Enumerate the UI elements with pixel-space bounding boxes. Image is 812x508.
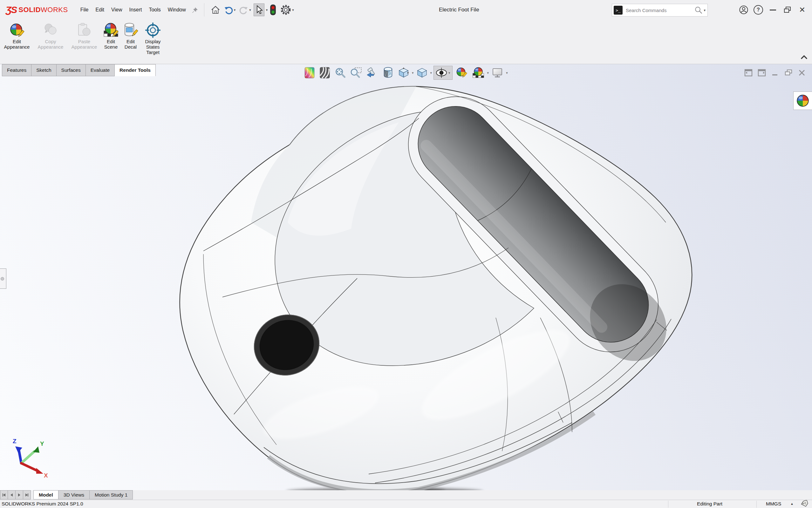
tab-evaluate[interactable]: Evaluate: [86, 64, 115, 76]
edit-appearance-icon[interactable]: [454, 66, 469, 79]
zoom-to-fit-icon[interactable]: [333, 66, 348, 79]
paste-appearance-button[interactable]: Paste Appearance: [68, 21, 101, 50]
undo-button[interactable]: ▾: [223, 4, 237, 16]
options-gear-icon: [280, 4, 291, 15]
next-tab-button[interactable]: [15, 490, 23, 499]
window-controls: ? ✕: [736, 0, 812, 20]
search-icon[interactable]: [694, 6, 703, 14]
redo-dropdown-caret[interactable]: ▾: [249, 8, 251, 12]
menu-tools[interactable]: Tools: [145, 4, 164, 15]
edit-appearance-button[interactable]: Edit Appearance: [0, 21, 33, 50]
last-tab-button[interactable]: [23, 490, 31, 499]
display-style-caret[interactable]: ▾: [430, 71, 432, 75]
graphics-area[interactable]: ▾ ▾ ▾ ▾: [0, 64, 812, 490]
minimize-button[interactable]: [766, 3, 780, 17]
hide-show-items-caret[interactable]: ▾: [448, 71, 450, 75]
triad-y-label: Y: [40, 440, 44, 447]
menu-insert[interactable]: Insert: [126, 4, 145, 15]
viewport-close-button[interactable]: [796, 69, 808, 77]
viewport-window-controls: [741, 69, 808, 77]
search-commands-box[interactable]: >_ ▾: [612, 4, 708, 16]
splitter-handle-icon: [1, 277, 4, 281]
dock-right-icon: [758, 69, 766, 77]
home-button[interactable]: [209, 3, 221, 16]
select-cursor-icon: [255, 5, 263, 14]
command-terminal-icon: >_: [614, 6, 622, 14]
viewport-restore-button[interactable]: [783, 69, 794, 77]
help-button[interactable]: ?: [752, 3, 765, 17]
hide-show-items-button[interactable]: ▾: [434, 66, 453, 80]
dock-left-icon: [744, 69, 753, 77]
menu-edit[interactable]: Edit: [92, 4, 108, 15]
previous-view-icon[interactable]: [365, 66, 379, 79]
tab-scroll-buttons: [0, 490, 31, 499]
appearances-ball-icon: [797, 94, 809, 107]
options-button[interactable]: ▾: [279, 3, 295, 17]
tab-motion-study-1[interactable]: Motion Study 1: [90, 490, 133, 499]
close-icon: [798, 69, 805, 76]
apply-scene-icon[interactable]: [471, 66, 486, 79]
zoom-to-area-icon[interactable]: [349, 66, 363, 79]
solidworks-logo-mark: ƷS: [6, 4, 16, 15]
ambient-occlusion-zebra-icon[interactable]: [318, 66, 331, 79]
integrated-preview-icon[interactable]: [303, 66, 316, 79]
undo-dropdown-caret[interactable]: ▾: [234, 8, 236, 12]
user-account-button[interactable]: [737, 3, 750, 17]
tab-render-tools[interactable]: Render Tools: [115, 64, 156, 76]
help-icon: ?: [754, 5, 763, 14]
electric-foot-file-model: [0, 64, 812, 490]
tag-button[interactable]: [800, 500, 809, 508]
view-orientation-icon[interactable]: [397, 66, 410, 79]
units-dropdown-caret[interactable]: ▲: [790, 502, 794, 505]
tab-features[interactable]: Features: [2, 64, 32, 76]
tab-model[interactable]: Model: [33, 490, 58, 499]
redo-icon: [239, 5, 248, 14]
tab-sketch[interactable]: Sketch: [32, 64, 56, 76]
display-style-icon[interactable]: [415, 66, 429, 79]
redo-button[interactable]: ▾: [238, 4, 252, 16]
viewport-minimize-button[interactable]: [769, 69, 781, 77]
tab-surfaces[interactable]: Surfaces: [56, 64, 86, 76]
feature-tree-collapsed-tab[interactable]: [0, 268, 6, 289]
minimize-icon: [772, 69, 779, 76]
select-tool-button[interactable]: [254, 3, 265, 16]
ribbon-collapse-button[interactable]: [799, 53, 809, 61]
previous-tab-button[interactable]: [8, 490, 15, 499]
menu-window[interactable]: Window: [164, 4, 190, 15]
first-tab-button[interactable]: [0, 490, 8, 499]
minimize-icon: [770, 9, 776, 10]
tag-icon: [800, 500, 809, 508]
edit-scene-button[interactable]: Edit Scene: [102, 21, 120, 50]
view-orientation-caret[interactable]: ▾: [412, 71, 414, 75]
tab-3d-views[interactable]: 3D Views: [58, 490, 90, 499]
view-settings-caret[interactable]: ▾: [506, 71, 508, 75]
close-button[interactable]: ✕: [796, 3, 809, 17]
section-view-icon[interactable]: [381, 66, 395, 79]
document-title: Electric Foot File: [439, 0, 479, 20]
search-input[interactable]: [625, 7, 694, 13]
dock-left-button[interactable]: [743, 69, 754, 77]
options-dropdown-caret[interactable]: ▾: [292, 8, 294, 12]
units-selector[interactable]: MMGS: [766, 501, 781, 507]
select-tool-dropdown-caret[interactable]: ▾: [266, 8, 268, 12]
dock-right-button[interactable]: [756, 69, 768, 77]
copy-appearance-icon: [42, 22, 59, 39]
reference-triad: Z Y X: [7, 433, 48, 477]
restore-icon: [783, 6, 791, 14]
close-icon: ✕: [799, 6, 805, 14]
copy-appearance-button[interactable]: Copy Appearance: [34, 21, 67, 50]
restore-button[interactable]: [781, 3, 794, 17]
stoplight-button[interactable]: [268, 3, 278, 17]
scene-ball-checker-pencil-icon: [103, 22, 119, 39]
search-dropdown-caret[interactable]: ▾: [704, 8, 705, 12]
menu-bar: File Edit View Insert Tools Window: [77, 4, 190, 15]
solidworks-logo: ƷS SOLIDWORKS: [6, 4, 68, 15]
display-states-target-button[interactable]: Display States Target: [141, 21, 165, 55]
view-settings-icon[interactable]: [490, 66, 504, 79]
apply-scene-caret[interactable]: ▾: [487, 71, 489, 75]
edit-decal-button[interactable]: Edit Decal: [121, 21, 140, 50]
menu-view[interactable]: View: [108, 4, 126, 15]
appearances-task-pane-tab[interactable]: [793, 91, 812, 110]
pin-menu-icon[interactable]: [191, 7, 198, 14]
menu-file[interactable]: File: [77, 4, 92, 15]
